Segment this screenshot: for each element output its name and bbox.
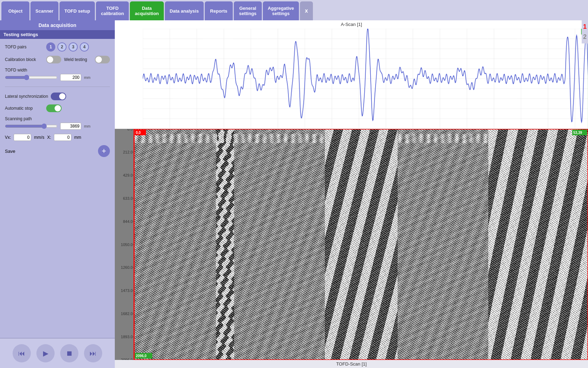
x-label: X: [47, 135, 51, 140]
transport-forward-button[interactable]: ⏭ [84, 344, 102, 362]
side-label-1: 1 [583, 23, 587, 30]
vx-x-row: Vx: mm/s X: mm [5, 134, 110, 141]
save-label: Save [5, 149, 15, 154]
nav-button-general-settings[interactable]: Generalsettings [234, 1, 262, 20]
ascan-canvas [143, 29, 588, 129]
tofd-width-slider[interactable] [5, 75, 57, 80]
ascan-title: A-Scan [1] [115, 22, 588, 27]
x-unit: mm [74, 135, 81, 140]
add-button[interactable]: + [98, 145, 110, 157]
auto-stop-toggle[interactable] [46, 104, 62, 112]
nav-button-tofd-setup[interactable]: TOFD setup [59, 1, 95, 20]
tofd-pair-3[interactable]: 3 [69, 42, 78, 52]
lateral-sync-row: Lateral synchronization [5, 93, 110, 100]
tofd-width-unit: mm [84, 75, 90, 80]
tofd-title: TOFD-Scan [1] [115, 360, 588, 368]
left-panel: Data acquisition Testing settings TOFD p… [0, 20, 115, 368]
tofd-pair-4[interactable]: 4 [80, 42, 89, 52]
tofd-width-label: TOFD width [5, 68, 110, 73]
calibration-block-label: Calibration block [5, 57, 43, 62]
left-panel-title: Data acquisition [0, 20, 115, 30]
transport-controls: ⏮ ▶ ⏹ ⏭ [0, 338, 115, 368]
tofd-pair-2[interactable]: 2 [57, 42, 66, 52]
nav-button-object[interactable]: Object [1, 1, 29, 20]
nav-button-tofd-calibration[interactable]: TOFDcalibration [96, 1, 129, 20]
x-input[interactable] [54, 134, 71, 141]
auto-stop-row: Automatic stop [5, 104, 110, 112]
transport-stop-button[interactable]: ⏹ [60, 344, 78, 362]
tofd-width-input[interactable] [60, 74, 81, 81]
ascan-area: A-Scan [1] [115, 20, 588, 129]
calibration-block-toggle[interactable] [46, 56, 61, 63]
scanning-path-input[interactable] [60, 123, 81, 130]
scanning-path-slider[interactable] [5, 123, 57, 129]
vx-label: Vx: [5, 135, 11, 140]
calibration-weld-row: Calibration block Weld testing [5, 56, 110, 63]
tofd-width-row: TOFD width mm [5, 68, 110, 81]
nav-button-reports[interactable]: Reports [205, 1, 233, 20]
tofd-area: 0,0 53,39 2096,0 [115, 129, 588, 360]
auto-stop-label: Automatic stop [5, 106, 43, 111]
nav-button-aggregative-settings[interactable]: Aggregativesettings [263, 1, 299, 20]
nav-button-x[interactable]: x [300, 1, 313, 20]
scanning-path-label: Scanning path [5, 116, 110, 121]
scanning-path-row: Scanning path mm [5, 116, 110, 130]
main-layout: Data acquisition Testing settings TOFD p… [0, 20, 588, 368]
transport-play-button[interactable]: ▶ [36, 344, 55, 362]
transport-rewind-button[interactable]: ⏮ [13, 344, 31, 362]
vx-input[interactable] [14, 134, 31, 141]
tofd-pairs-label: TOFD pairs [5, 45, 43, 49]
settings-body: TOFD pairs 1234 Calibration block Weld t… [0, 39, 115, 338]
testing-settings-header: Testing settings [0, 30, 115, 39]
right-panel: A-Scan [1] 0,0 53,39 2096,0 TOFD-Scan [1… [115, 20, 588, 368]
tofd-canvas [115, 129, 588, 360]
lateral-sync-toggle[interactable] [51, 93, 66, 100]
vx-unit: mm/s [34, 135, 44, 140]
tofd-pair-1[interactable]: 1 [46, 42, 55, 52]
top-navigation: ObjectScannerTOFD setupTOFDcalibrationDa… [0, 0, 588, 20]
save-row: Save + [5, 145, 110, 157]
side-label-2: 2 [583, 33, 587, 41]
scanning-path-unit: mm [84, 124, 90, 128]
tofd-pairs-circles: 1234 [46, 42, 89, 52]
nav-button-scanner[interactable]: Scanner [30, 1, 58, 20]
nav-button-data-analysis[interactable]: Data analysis [165, 1, 204, 20]
side-labels: 1 2 [582, 20, 588, 43]
nav-button-data-acquisition[interactable]: Dataacquisition [130, 1, 164, 20]
weld-testing-label: Weld testing [64, 57, 92, 62]
lateral-sync-label: Lateral synchronization [5, 94, 48, 99]
tofd-pairs-row: TOFD pairs 1234 [5, 42, 110, 52]
weld-testing-toggle[interactable] [95, 56, 110, 63]
